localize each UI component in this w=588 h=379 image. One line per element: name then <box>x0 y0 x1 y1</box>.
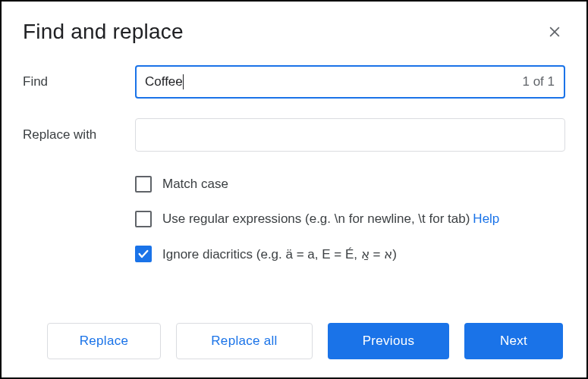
checkmark-icon <box>137 248 149 260</box>
find-row: Find Coffee 1 of 1 <box>23 65 565 99</box>
regex-row: Use regular expressions (e.g. \n for new… <box>135 211 565 227</box>
next-button[interactable]: Next <box>464 323 563 359</box>
match-case-checkbox[interactable] <box>135 176 152 193</box>
find-input[interactable] <box>135 65 565 99</box>
replace-label: Replace with <box>23 127 135 143</box>
previous-button[interactable]: Previous <box>328 323 449 359</box>
button-row: Replace Replace all Previous Next <box>23 309 565 359</box>
dialog-header: Find and replace <box>23 20 565 44</box>
replace-input-wrap <box>135 118 565 152</box>
diacritics-label: Ignore diacritics (e.g. ä = a, E = É, א … <box>162 246 397 262</box>
find-replace-dialog: Find and replace Find Coffee 1 of 1 Repl… <box>0 0 588 379</box>
diacritics-checkbox[interactable] <box>135 246 152 262</box>
replace-button[interactable]: Replace <box>47 323 161 359</box>
replace-all-button[interactable]: Replace all <box>176 323 313 359</box>
match-case-label: Match case <box>162 177 228 192</box>
find-label: Find <box>23 74 135 89</box>
close-icon <box>547 24 562 39</box>
diacritics-row: Ignore diacritics (e.g. ä = a, E = É, א … <box>135 246 565 262</box>
regex-help-link[interactable]: Help <box>473 211 499 227</box>
close-button[interactable] <box>544 21 565 42</box>
match-case-row: Match case <box>135 176 565 193</box>
options-section: Match case Use regular expressions (e.g.… <box>135 176 565 280</box>
replace-row: Replace with <box>23 118 565 152</box>
find-input-wrap: Coffee 1 of 1 <box>135 65 565 99</box>
replace-input[interactable] <box>135 118 565 152</box>
dialog-title: Find and replace <box>23 20 184 44</box>
regex-checkbox[interactable] <box>135 211 152 227</box>
regex-label: Use regular expressions (e.g. \n for new… <box>162 211 470 227</box>
